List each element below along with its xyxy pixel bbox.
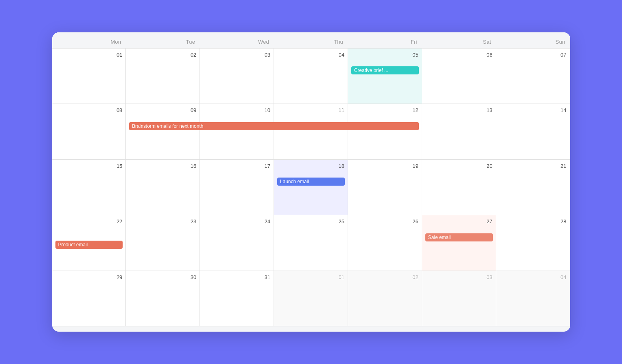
day-cell-10[interactable]: 10	[200, 104, 274, 159]
day-number: 21	[499, 163, 567, 169]
day-number: 02	[129, 52, 196, 58]
day-cell-11[interactable]: 11	[274, 104, 348, 159]
day-cell-23[interactable]: 23	[126, 215, 200, 271]
day-cell-24[interactable]: 24	[200, 215, 274, 271]
day-number: 27	[425, 218, 493, 224]
event-pill[interactable]: Sale email	[425, 233, 493, 241]
day-cell-next-03[interactable]: 03	[422, 271, 496, 326]
day-cell-19[interactable]: 19	[348, 160, 422, 215]
day-number: 06	[425, 52, 493, 58]
day-number: 11	[277, 107, 344, 113]
day-cell-13[interactable]: 13	[422, 104, 496, 159]
day-header-mon: Mon	[52, 32, 126, 48]
day-number: 10	[203, 107, 270, 113]
day-number: 14	[499, 107, 567, 113]
day-number: 12	[351, 107, 418, 113]
day-header-sun: Sun	[496, 32, 570, 48]
day-number: 25	[277, 218, 344, 224]
day-cell-20[interactable]: 20	[422, 160, 496, 215]
day-cell-21[interactable]: 21	[496, 160, 570, 215]
day-number: 29	[55, 274, 123, 280]
day-cell-14[interactable]: 14	[496, 104, 570, 159]
day-number: 09	[129, 107, 196, 113]
day-number: 03	[425, 274, 493, 280]
day-cell-12[interactable]: 12	[348, 104, 422, 159]
day-cell-09[interactable]: 09	[126, 104, 200, 159]
day-cell-next-02[interactable]: 02	[348, 271, 422, 326]
day-number: 16	[129, 163, 196, 169]
day-header-thu: Thu	[274, 32, 348, 48]
day-cell-16[interactable]: 16	[126, 160, 200, 215]
day-cell-05[interactable]: 05	[348, 49, 422, 104]
day-cell-25[interactable]: 25	[274, 215, 348, 271]
day-number: 24	[203, 218, 270, 224]
day-cell-next-01[interactable]: 01	[274, 271, 348, 326]
day-cell-03[interactable]: 03	[200, 49, 274, 104]
event-pill[interactable]: Creative brief ...	[351, 66, 419, 74]
day-header-wed: Wed	[200, 32, 274, 48]
event-pill[interactable]: Launch email	[277, 178, 345, 186]
event-pill[interactable]: Brainstorm emails for next month	[129, 122, 418, 130]
day-cell-08[interactable]: 08	[52, 104, 126, 159]
day-cell-17[interactable]: 17	[200, 160, 274, 215]
day-number: 04	[499, 274, 567, 280]
day-cell-07[interactable]: 07	[496, 49, 570, 104]
day-cell-26[interactable]: 26	[348, 215, 422, 271]
day-number: 18	[277, 163, 344, 169]
calendar-grid: 01 02 03 04 05 06 07 08 09 10	[52, 48, 570, 326]
day-cell-02[interactable]: 02	[126, 49, 200, 104]
day-number: 05	[351, 52, 418, 58]
day-header-sat: Sat	[422, 32, 496, 48]
day-cell-next-04[interactable]: 04	[496, 271, 570, 326]
day-number: 13	[425, 107, 493, 113]
day-number: 01	[55, 52, 123, 58]
day-number: 30	[129, 274, 196, 280]
day-cell-29[interactable]: 29	[52, 271, 126, 326]
day-cell-30[interactable]: 30	[126, 271, 200, 326]
day-number: 04	[277, 52, 344, 58]
day-number: 08	[55, 107, 123, 113]
day-cell-28[interactable]: 28	[496, 215, 570, 271]
day-number: 03	[203, 52, 270, 58]
day-cell-06[interactable]: 06	[422, 49, 496, 104]
day-number: 07	[499, 52, 567, 58]
day-number: 28	[499, 218, 567, 224]
day-cell-18[interactable]: 18	[274, 160, 348, 215]
day-number: 26	[351, 218, 418, 224]
day-cell-04[interactable]: 04	[274, 49, 348, 104]
day-number: 01	[277, 274, 344, 280]
day-number: 17	[203, 163, 270, 169]
day-cell-31[interactable]: 31	[200, 271, 274, 326]
day-number: 22	[55, 218, 123, 224]
day-number: 02	[351, 274, 418, 280]
day-number: 15	[55, 163, 123, 169]
day-header-tue: Tue	[126, 32, 200, 48]
day-number: 23	[129, 218, 196, 224]
day-cell-15[interactable]: 15	[52, 160, 126, 215]
day-header-fri: Fri	[348, 32, 422, 48]
day-cell-01[interactable]: 01	[52, 49, 126, 104]
event-pill[interactable]: Product email	[55, 241, 123, 249]
day-number: 19	[351, 163, 418, 169]
day-number: 31	[203, 274, 270, 280]
calendar-container: Mon Tue Wed Thu Fri Sat Sun 01 02 03 04 …	[52, 32, 570, 332]
day-cell-27[interactable]: 27	[422, 215, 496, 271]
day-number: 20	[425, 163, 493, 169]
calendar-header: Mon Tue Wed Thu Fri Sat Sun	[52, 32, 570, 48]
